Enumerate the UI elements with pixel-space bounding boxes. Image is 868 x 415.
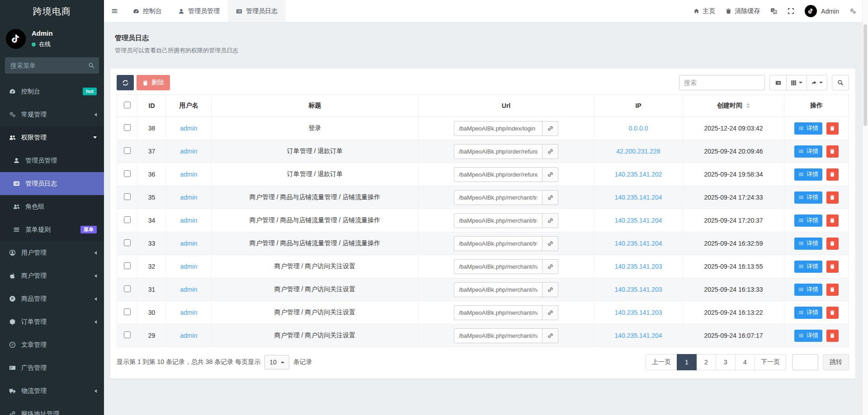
sidebar-item-logistics-manage[interactable]: 物流管理 (0, 379, 104, 402)
column-header-title[interactable]: 标题 (212, 95, 419, 117)
ip-link[interactable]: 140.235.141.204 (614, 240, 662, 247)
page-button-4[interactable]: 4 (735, 354, 755, 370)
url-open-button[interactable] (542, 213, 558, 228)
url-input[interactable] (454, 236, 542, 251)
column-header-url[interactable]: Url (419, 95, 594, 117)
row-delete-button[interactable] (826, 238, 839, 250)
ip-link[interactable]: 140.235.141.202 (614, 171, 662, 178)
language-switch-button[interactable] (770, 8, 777, 14)
ip-link[interactable]: 140.235.141.203 (614, 263, 662, 270)
user-menu[interactable]: Admin (805, 5, 839, 17)
user-link[interactable]: admin (180, 332, 197, 339)
row-delete-button[interactable] (826, 261, 839, 273)
ip-link[interactable]: 140.235.141.204 (614, 332, 662, 339)
sidebar-item-auth[interactable]: 权限管理 (0, 126, 104, 149)
sidebar-item-merchant-manage[interactable]: 商户管理 (0, 264, 104, 287)
user-link[interactable]: admin (180, 263, 197, 270)
row-checkbox[interactable] (124, 193, 131, 200)
row-checkbox[interactable] (124, 216, 131, 223)
url-open-button[interactable] (542, 167, 558, 182)
sidebar-item-article-manage[interactable]: 文章管理 (0, 333, 104, 356)
settings-button[interactable] (849, 8, 856, 14)
url-open-button[interactable] (542, 328, 558, 343)
select-all-checkbox[interactable] (124, 102, 131, 108)
tab-admin-manage[interactable]: 管理员管理 (170, 0, 228, 22)
sidebar-search-input[interactable] (5, 57, 99, 74)
user-link[interactable]: admin (180, 309, 197, 316)
row-delete-button[interactable] (826, 330, 839, 342)
sidebar-item-admin-log[interactable]: 管理员日志 (0, 172, 104, 195)
detail-button[interactable]: 详情 (794, 168, 822, 181)
column-header-id[interactable]: ID (137, 95, 166, 117)
sidebar-toggle-button[interactable] (104, 0, 125, 22)
page-button-2[interactable]: 2 (696, 354, 716, 370)
sidebar-item-ads-manage[interactable]: 广告管理 (0, 356, 104, 379)
detail-button[interactable]: 详情 (794, 145, 822, 158)
home-link[interactable]: 主页 (693, 7, 715, 15)
page-button-1[interactable]: 1 (677, 354, 697, 370)
detail-button[interactable]: 详情 (794, 307, 822, 319)
row-delete-button[interactable] (826, 168, 839, 181)
ip-link[interactable]: 140.235.141.203 (614, 309, 662, 316)
sidebar-item-network-manage[interactable]: 网络地址管理 (0, 402, 104, 415)
sort-icon[interactable] (746, 101, 750, 110)
row-checkbox[interactable] (124, 147, 131, 154)
delete-selected-button[interactable]: 删除 (137, 75, 170, 90)
sidebar-item-goods-manage[interactable]: 商品管理 (0, 287, 104, 310)
sidebar-item-general[interactable]: 常规管理 (0, 103, 104, 126)
detail-button[interactable]: 详情 (794, 261, 822, 273)
url-input[interactable] (454, 328, 542, 343)
url-input[interactable] (454, 190, 542, 205)
scrollbar-thumb[interactable] (863, 24, 867, 126)
tab-admin-log[interactable]: 管理员日志 (228, 0, 286, 22)
user-link[interactable]: admin (180, 125, 197, 132)
browser-scrollbar[interactable] (862, 0, 868, 415)
sidebar-item-role-group[interactable]: 角色组 (0, 195, 104, 218)
row-checkbox[interactable] (124, 170, 131, 177)
row-checkbox[interactable] (124, 331, 131, 338)
detail-button[interactable]: 详情 (794, 191, 822, 204)
row-checkbox[interactable] (124, 239, 131, 246)
user-link[interactable]: admin (180, 194, 197, 201)
next-page-button[interactable]: 下一页 (755, 354, 786, 370)
ip-link[interactable]: 0.0.0.0 (629, 125, 648, 132)
ip-link[interactable]: 140.235.141.203 (614, 286, 662, 293)
user-link[interactable]: admin (180, 286, 197, 293)
ip-link[interactable]: 140.235.141.204 (614, 217, 662, 224)
row-delete-button[interactable] (826, 191, 839, 204)
tab-dashboard[interactable]: 控制台 (125, 0, 170, 22)
fullscreen-button[interactable] (788, 8, 794, 14)
jump-button[interactable]: 跳转 (823, 354, 849, 370)
column-header-ip[interactable]: IP (594, 95, 683, 117)
table-search-input[interactable] (679, 75, 765, 90)
detail-button[interactable]: 详情 (794, 238, 822, 250)
sidebar-item-user-manage[interactable]: 用户管理 (0, 241, 104, 264)
detail-button[interactable]: 详情 (794, 122, 822, 135)
user-link[interactable]: admin (180, 217, 197, 224)
row-delete-button[interactable] (826, 214, 839, 227)
page-size-dropdown[interactable]: 10 (264, 355, 289, 369)
url-input[interactable] (454, 305, 542, 320)
columns-button[interactable] (786, 75, 807, 90)
url-open-button[interactable] (542, 236, 558, 251)
url-input[interactable] (454, 167, 542, 182)
ip-link[interactable]: 140.235.141.204 (614, 194, 662, 201)
sidebar-item-dashboard[interactable]: 控制台hot (0, 80, 104, 103)
sidebar-item-menu-rule[interactable]: 菜单规则菜单 (0, 218, 104, 241)
user-link[interactable]: admin (180, 148, 197, 155)
url-open-button[interactable] (542, 121, 558, 136)
detail-view-button[interactable] (769, 75, 787, 90)
refresh-button[interactable] (117, 75, 134, 90)
url-input[interactable] (454, 282, 542, 297)
prev-page-button[interactable]: 上一页 (646, 354, 677, 370)
user-link[interactable]: admin (180, 240, 197, 247)
row-checkbox[interactable] (124, 262, 131, 269)
user-link[interactable]: admin (180, 171, 197, 178)
row-checkbox[interactable] (124, 308, 131, 315)
detail-button[interactable]: 详情 (794, 330, 822, 342)
url-input[interactable] (454, 121, 542, 136)
url-input[interactable] (454, 213, 542, 228)
url-input[interactable] (454, 144, 542, 159)
export-button[interactable] (807, 75, 827, 90)
url-open-button[interactable] (542, 282, 558, 297)
